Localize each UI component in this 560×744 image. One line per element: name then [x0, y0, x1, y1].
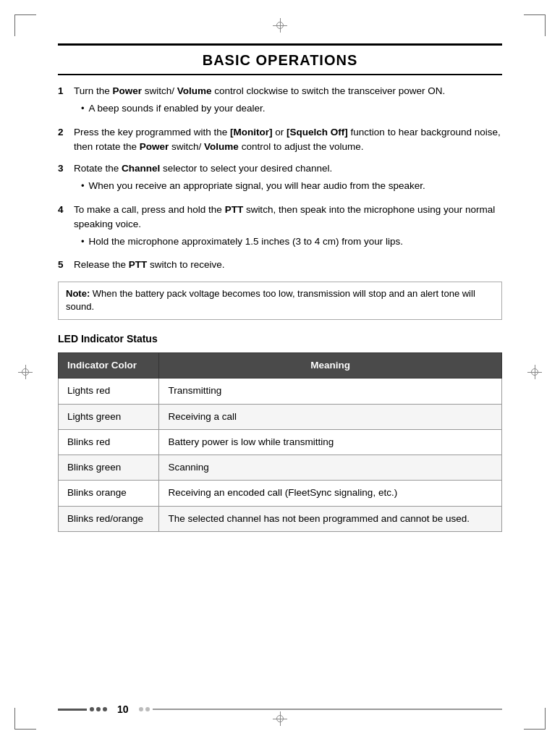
crosshair-top — [273, 18, 287, 33]
step-2-text: Press the key programmed with the [Monit… — [74, 125, 502, 155]
page-title: BASIC OPERATIONS — [58, 48, 502, 72]
footer-dot-right-1 — [139, 707, 143, 711]
page: BASIC OPERATIONS 1 Turn the Power switch… — [0, 0, 560, 744]
footer-dots-left — [90, 707, 107, 711]
footer-dot-2 — [96, 707, 101, 711]
note-text: When the battery pack voltage becomes to… — [66, 288, 475, 313]
table-cell-color: Lights green — [59, 404, 159, 429]
table-cell-color: Blinks red — [59, 429, 159, 455]
footer-dot-1 — [90, 707, 94, 711]
table-cell-meaning: The selected channel has not been progra… — [159, 506, 502, 531]
table-cell-color: Blinks orange — [59, 481, 159, 506]
footer-line-right — [153, 709, 502, 710]
table-header-color: Indicator Color — [59, 353, 159, 379]
table-header-row: Indicator Color Meaning — [59, 353, 502, 379]
table-cell-color: Lights red — [59, 379, 159, 404]
step-3-text: Rotate the Channel selector to select yo… — [74, 161, 502, 195]
step-4: 4 To make a call, press and hold the PTT… — [58, 203, 502, 251]
table-cell-meaning: Battery power is low while transmitting — [159, 429, 502, 455]
corner-mark-tr — [524, 14, 546, 36]
title-rule-top — [58, 43, 502, 46]
step-4-sub-1: Hold the microphone approximately 1.5 in… — [81, 234, 502, 249]
footer-line-left — [58, 709, 87, 711]
step-5-text: Release the PTT switch to receive. — [74, 258, 502, 272]
led-table: Indicator Color Meaning Lights redTransm… — [58, 352, 502, 532]
step-2: 2 Press the key programmed with the [Mon… — [58, 125, 502, 155]
table-row: Lights greenReceiving a call — [59, 404, 502, 429]
footer-dots-right — [139, 707, 150, 711]
footer-dot-3 — [103, 707, 107, 711]
note-box: Note: When the battery pack voltage beco… — [58, 282, 502, 321]
crosshair-right — [527, 365, 542, 379]
footer-dot-right-2 — [145, 707, 150, 711]
corner-mark-bl — [14, 708, 36, 730]
table-row: Lights redTransmitting — [59, 379, 502, 404]
led-section-title: LED Indicator Status — [58, 331, 502, 347]
corner-mark-tl — [14, 14, 36, 36]
table-cell-meaning: Transmitting — [159, 379, 502, 404]
table-row: Blinks redBattery power is low while tra… — [59, 429, 502, 455]
table-row: Blinks red/orangeThe selected channel ha… — [59, 506, 502, 531]
table-row: Blinks greenScanning — [59, 455, 502, 481]
step-5: 5 Release the PTT switch to receive. — [58, 258, 502, 272]
content-area: 1 Turn the Power switch/ Volume control … — [58, 84, 502, 532]
page-number: 10 — [117, 703, 129, 715]
step-3: 3 Rotate the Channel selector to select … — [58, 161, 502, 195]
title-rule-bottom — [58, 74, 502, 75]
table-cell-color: Blinks red/orange — [59, 506, 159, 531]
step-1-number: 1 — [58, 84, 74, 98]
step-1-sub-1: A beep sounds if enabled by your dealer. — [81, 101, 502, 116]
step-5-number: 5 — [58, 258, 74, 272]
corner-mark-br — [524, 708, 546, 730]
crosshair-left — [18, 365, 33, 379]
title-section: BASIC OPERATIONS — [58, 43, 502, 75]
table-cell-meaning: Receiving an encoded call (FleetSync sig… — [159, 481, 502, 506]
table-cell-meaning: Scanning — [159, 455, 502, 481]
step-1: 1 Turn the Power switch/ Volume control … — [58, 84, 502, 118]
note-label: Note: — [66, 288, 90, 299]
table-header-meaning: Meaning — [159, 353, 502, 379]
step-1-text: Turn the Power switch/ Volume control cl… — [74, 84, 502, 118]
table-row: Blinks orangeReceiving an encoded call (… — [59, 481, 502, 506]
step-3-sub-1: When you receive an appropriate signal, … — [81, 179, 502, 193]
step-4-number: 4 — [58, 203, 74, 217]
step-4-text: To make a call, press and hold the PTT s… — [74, 203, 502, 251]
table-cell-meaning: Receiving a call — [159, 404, 502, 429]
footer: 10 — [58, 703, 502, 715]
step-3-number: 3 — [58, 161, 74, 176]
table-cell-color: Blinks green — [59, 455, 159, 481]
step-2-number: 2 — [58, 125, 74, 140]
